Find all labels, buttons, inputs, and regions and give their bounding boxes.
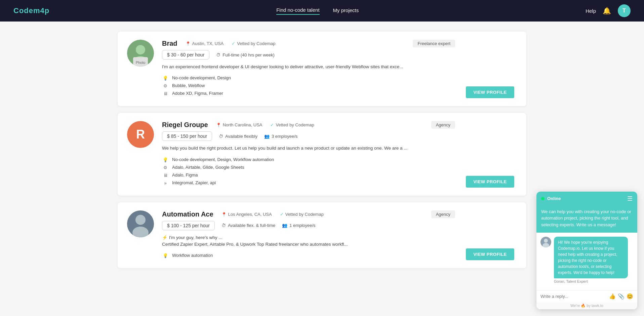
brad-top: Brad Austin, TX, USA Vetted by Codemap F…: [162, 40, 455, 47]
svg-point-6: [135, 215, 146, 225]
automation-ace-info: Automation Ace Los Angeles, CA, USA Vett…: [162, 210, 455, 261]
nav-links: Find no-code talent My projects: [276, 7, 359, 15]
ace-badge: Agency: [431, 210, 455, 218]
brad-desc: I'm an experienced frontend developer & …: [162, 64, 455, 70]
skill-row-ace: Workflow automation: [162, 252, 455, 258]
riegel-name: Riegel Groupe: [162, 121, 208, 129]
avatar-brad: Photo: [127, 40, 154, 67]
ace-location: Los Angeles, CA, USA: [222, 212, 272, 217]
nav-find-talent[interactable]: Find no-code talent: [276, 7, 319, 15]
brad-availability: Full-time (40 hrs per week): [216, 52, 275, 57]
navbar: Codem4p Find no-code talent My projects …: [0, 0, 644, 22]
ace-name: Automation Ace: [162, 210, 213, 218]
clock-icon-2: [219, 134, 223, 139]
brad-tools: Bubble, Webflow: [172, 83, 205, 88]
vetted-icon-3: [280, 212, 284, 217]
riegel-skills-text: No-code development, Design, Workflow au…: [172, 157, 274, 162]
brad-meta: $ 30 - 60 per hour Full-time (40 hrs per…: [162, 50, 455, 60]
brad-location: Austin, TX, USA: [186, 41, 224, 46]
users-icon-2: [282, 223, 287, 228]
ace-meta: $ 100 - 125 per hour Available flex. & f…: [162, 221, 455, 230]
nav-right: Help 🔔 T: [586, 4, 631, 17]
notification-bell-icon[interactable]: 🔔: [603, 7, 611, 15]
chat-bot-message-wrap: Hi! We hope you're enjoying Codemap.io. …: [554, 237, 628, 283]
riegel-meta: $ 85 - 150 per hour Available flexibly 3…: [162, 131, 455, 141]
view-profile-btn-brad[interactable]: VIEW PROFILE: [466, 86, 514, 98]
logo-text: Codem: [13, 6, 40, 15]
riegel-employees: 3 employee/s: [264, 134, 297, 139]
view-profile-btn-riegel[interactable]: VIEW PROFILE: [466, 176, 514, 188]
logo[interactable]: Codem4p: [13, 6, 49, 15]
clock-icon: [216, 52, 220, 57]
skill-row-riegel-automation: Integromat, Zapier, api: [162, 180, 455, 186]
ace-vetted: Vetted by Codemap: [280, 212, 324, 217]
help-link[interactable]: Help: [586, 8, 596, 14]
riegel-automation: Integromat, Zapier, api: [172, 180, 216, 185]
online-dot: [541, 197, 545, 200]
riegel-right: VIEW PROFILE: [463, 121, 517, 187]
chat-messages-list: Hi! We hope you're enjoying Codemap.io. …: [536, 233, 637, 285]
chat-system-message-area: We can help you with creating your no-co…: [536, 206, 637, 233]
brad-rate: $ 30 - 60 per hour: [162, 50, 209, 60]
ace-right: VIEW PROFILE: [463, 210, 517, 261]
ace-name-row: Automation Ace Los Angeles, CA, USA Vett…: [162, 210, 324, 218]
brad-badge: Freelance expert: [413, 40, 455, 47]
riegel-rate: $ 85 - 150 per hour: [162, 131, 212, 141]
users-icon: [264, 134, 270, 139]
riegel-vetted: Vetted by Codemap: [270, 122, 314, 127]
ace-availability: Available flex. & full-time: [222, 223, 275, 228]
brad-skills: No-code development, Design Bubble, Webf…: [162, 75, 455, 96]
monitor-icon-2: [162, 172, 169, 178]
chat-system-msg: We can help you with creating your no-co…: [541, 208, 633, 228]
avatar-automation-ace: [127, 210, 154, 237]
svg-text:Photo: Photo: [136, 61, 146, 65]
brad-name-row: Brad Austin, TX, USA Vetted by Codemap: [162, 40, 275, 47]
bulb-icon-3: [162, 252, 169, 258]
skill-row-riegel-tools: Adalo, Airtable, Glide, Google Sheets: [162, 164, 455, 170]
location-icon-3: [222, 212, 227, 217]
profile-card-automation-ace: Automation Ace Los Angeles, CA, USA Vett…: [118, 202, 526, 269]
skill-row-platforms: Adobe XD, Figma, Framer: [162, 90, 455, 96]
riegel-badge: Agency: [431, 121, 455, 129]
nav-my-projects[interactable]: My projects: [333, 7, 359, 14]
user-avatar[interactable]: T: [618, 4, 631, 17]
riegel-tools: Adalo, Airtable, Glide, Google Sheets: [172, 165, 244, 170]
view-profile-btn-ace[interactable]: VIEW PROFILE: [466, 248, 514, 260]
skill-row-tools: Bubble, Webflow: [162, 83, 455, 88]
location-icon: [186, 41, 191, 46]
chat-sender-name: Goran, Talent Expert: [554, 279, 628, 283]
riegel-name-row: Riegel Groupe North Carolina, USA Vetted…: [162, 121, 314, 129]
chat-header: Online ☰: [536, 192, 637, 206]
riegel-location: North Carolina, USA: [216, 122, 263, 127]
ace-skills-text: Workflow automation: [172, 253, 213, 258]
brad-vetted: Vetted by Codemap: [232, 41, 275, 46]
chat-menu-icon[interactable]: ☰: [627, 195, 633, 202]
riegel-skills: No-code development, Design, Workflow au…: [162, 157, 455, 186]
ace-rate: $ 100 - 125 per hour: [162, 221, 215, 230]
bulb-icon: [162, 75, 169, 81]
brad-name: Brad: [162, 40, 177, 47]
arrow-icon: [162, 180, 169, 186]
location-icon-2: [216, 122, 221, 127]
skill-row-skills: No-code development, Design: [162, 75, 455, 81]
riegel-top: Riegel Groupe North Carolina, USA Vetted…: [162, 121, 455, 129]
riegel-availability: Available flexibly: [219, 134, 257, 139]
gear-icon-2: [162, 164, 169, 170]
ace-top: Automation Ace Los Angeles, CA, USA Vett…: [162, 210, 455, 218]
chat-bot-avatar: [540, 237, 551, 247]
vetted-icon: [232, 41, 235, 46]
skill-row-riegel-skills: No-code development, Design, Workflow au…: [162, 157, 455, 162]
brad-info: Brad Austin, TX, USA Vetted by Codemap F…: [162, 40, 455, 98]
brad-right: VIEW PROFILE: [463, 40, 517, 98]
brad-platforms: Adobe XD, Figma, Framer: [172, 91, 223, 96]
avatar-riegel: R: [127, 121, 154, 148]
ace-employees: 1 employee/s: [282, 223, 315, 228]
chat-message-row: Hi! We hope you're enjoying Codemap.io. …: [540, 237, 633, 283]
chat-online-indicator: Online: [541, 196, 561, 201]
brad-skills-text: No-code development, Design: [172, 75, 231, 80]
svg-point-9: [544, 239, 548, 243]
ace-desc-prefix: ⚡ I'm your guy, here's why ... Certified…: [162, 234, 455, 248]
logo-accent: 4p: [40, 6, 50, 15]
riegel-desc: We help you build the right product. Let…: [162, 145, 455, 152]
skill-row-riegel-platforms: Adalo, Figma: [162, 172, 455, 178]
